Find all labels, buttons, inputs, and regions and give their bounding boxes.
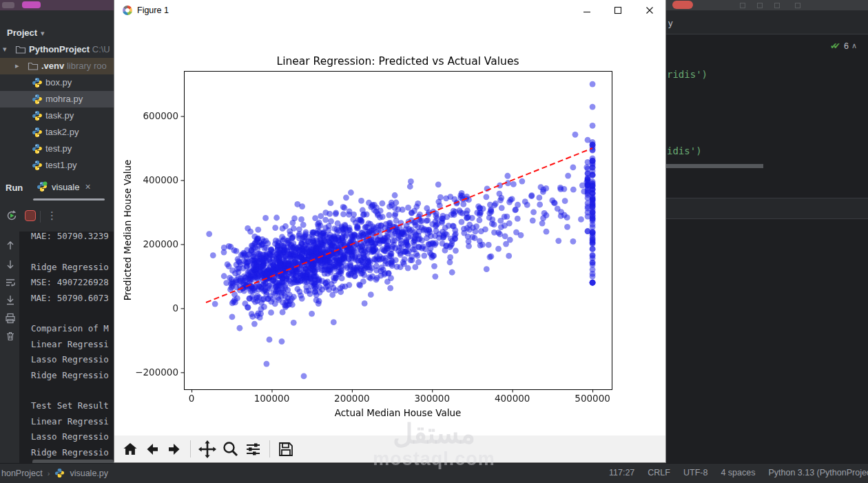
chevron-down-icon: ▾ [41,29,45,37]
tree-item-label: test1.py [45,160,77,170]
editor-tab-label-tail[interactable]: y [668,18,673,28]
layout-icon[interactable] [740,3,745,8]
inspections-widget[interactable]: ✔✔ 6 ∧ [830,41,857,51]
python-file-icon [32,94,43,105]
run-console: MAE: 50790.3239 Ridge Regressio MSE: 490… [19,232,114,459]
rerun-icon[interactable] [6,209,18,225]
settings-icon[interactable] [774,3,780,8]
encoding-widget[interactable]: UTF-8 [683,468,707,477]
status-bar: honProject › visuale.py 117:27 CRLF UTF-… [0,463,868,483]
figure-canvas [114,21,665,435]
pan-icon[interactable] [198,440,216,458]
tree-item-test1-py[interactable]: test1.py [0,157,114,174]
project-panel-title: Project [7,28,37,38]
editor-horizontal-scrollbar[interactable] [665,164,763,168]
toolbar-divider [190,440,191,458]
python-file-icon [32,77,43,88]
folder-icon [28,61,39,72]
breadcrumb-project[interactable]: honProject [1,469,43,478]
indent-widget[interactable]: 4 spaces [721,468,755,477]
python-file-icon [32,143,43,154]
chevron-right-icon[interactable]: ▸ [15,61,19,70]
python-file-icon [32,160,43,171]
python-run-icon [37,181,48,192]
toolbar-divider [40,211,41,223]
search-icon[interactable] [757,3,763,8]
tree-item-label: task.py [45,110,74,121]
clear-all-trash-icon[interactable] [5,331,16,342]
scroll-down-icon[interactable] [5,259,16,270]
caret-position-widget[interactable]: 117:27 [609,468,634,477]
run-panel-title: Run [6,183,23,193]
maximize-icon[interactable] [608,3,628,18]
soft-wrap-icon[interactable] [5,277,16,288]
scroll-up-icon[interactable] [5,240,16,251]
editor-tab-bar: y [665,10,868,34]
back-icon[interactable] [144,441,161,458]
figure-window: Figure 1 [114,0,665,462]
stop-icon[interactable] [25,210,36,221]
minimize-icon[interactable] [577,3,597,18]
forward-icon[interactable] [166,441,183,458]
python-file-icon [32,127,43,138]
run-toolbar: ⋮ [0,201,114,232]
breadcrumb-separator-icon: › [48,469,50,477]
left-panel: Project▾ ▾PythonProject C:\U▸.venv libra… [0,10,114,463]
figure-window-title: Figure 1 [137,6,169,15]
close-icon[interactable] [640,3,659,18]
folder-icon [15,44,26,55]
scroll-to-end-icon[interactable] [5,295,16,306]
tree-item-test-py[interactable]: test.py [0,141,114,157]
interpreter-widget[interactable]: Python 3.13 (PythonProjec [768,468,868,477]
breadcrumb: honProject › visuale.py [1,468,108,478]
chevron-down-icon[interactable]: ▾ [3,45,7,54]
zoom-icon[interactable] [222,440,239,458]
tree-item-box-py[interactable]: box.py [0,74,114,91]
active-tab-underline [33,198,105,201]
line-ending-widget[interactable]: CRLF [648,468,670,477]
tree-item-label: PythonProject C:\U [29,44,110,54]
project-color-badge [22,1,41,8]
project-tree: ▾PythonProject C:\U▸.venv library roobox… [0,41,114,174]
configure-subplots-icon[interactable] [245,440,262,458]
tree-item-task2-py[interactable]: task2.py [0,124,114,141]
stop-run-pill-button[interactable] [672,1,693,9]
python-file-icon [54,468,65,478]
code-line-2: idis') [667,145,702,156]
python-file-icon [32,110,43,121]
run-panel-header: Run visuale × [0,176,114,201]
figure-titlebar[interactable]: Figure 1 [114,0,665,21]
screen: Project▾ ▾PythonProject C:\U▸.venv libra… [0,0,868,483]
save-icon[interactable] [278,441,294,458]
tree-item-PythonProject[interactable]: ▾PythonProject C:\U [0,41,114,58]
tree-item-label: task2.py [45,127,79,137]
inspections-count: 6 [844,41,849,51]
tree-item-mohra-py[interactable]: mohra.py [0,91,114,107]
tree-item-label: box.py [45,77,72,88]
toolbar-divider [269,440,270,458]
run-tab-label: visuale [52,182,79,192]
pycharm-titlebar-left [0,0,114,10]
home-icon[interactable] [122,441,138,458]
run-tab-visuale[interactable]: visuale × [37,181,91,192]
console-output: MAE: 50790.3239 Ridge Regressio MSE: 490… [31,232,109,459]
run-toolbar-extension [665,198,868,219]
caret-up-icon[interactable]: ∧ [851,41,857,50]
matplotlib-logo-icon [123,6,132,15]
tree-item-label: test.py [45,143,72,154]
window-controls-icon[interactable] [795,3,800,8]
breadcrumb-file[interactable]: visuale.py [70,469,108,478]
titlebar-widget [2,2,14,8]
tree-item-task-py[interactable]: task.py [0,107,114,124]
project-tool-window-header[interactable]: Project▾ [7,28,45,38]
editor-region: y ✔✔ 6 ∧ ridis') idis') [665,10,868,463]
print-icon[interactable] [5,313,16,324]
more-vertical-icon[interactable]: ⋮ [47,209,57,222]
figure-toolbar [114,435,665,462]
status-widgets: 117:27 CRLF UTF-8 4 spaces Python 3.13 (… [609,468,868,477]
close-tab-icon[interactable]: × [85,181,90,192]
console-gutter [0,232,19,463]
tree-item-label: .venv library roo [41,61,107,71]
pycharm-titlebar-right [665,0,868,10]
tree-item--venv[interactable]: ▸.venv library roo [0,58,114,74]
